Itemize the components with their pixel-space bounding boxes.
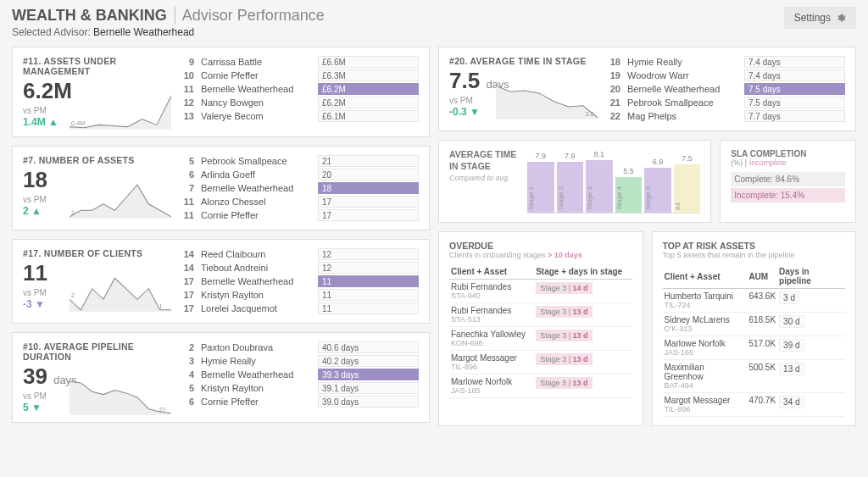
- col-stage-days: Stage + days in stage: [534, 264, 632, 280]
- selected-advisor: Selected Advisor: Bernelle Weatherhead: [12, 26, 325, 38]
- rank-row[interactable]: 6Cornie Pfeffer39.0 days: [179, 396, 419, 408]
- table-row[interactable]: Maximilian GreenhowBAT-494500.5K13 d: [663, 360, 846, 393]
- stage-bar[interactable]: 5.5Stage 4: [615, 167, 643, 213]
- rank-row[interactable]: 21Pebrook Smallpeace7.5 days: [605, 97, 845, 108]
- stage-chart-title: AVERAGE TIME IN STAGE: [449, 149, 519, 172]
- rank-row[interactable]: 12Nancy Bowgen£6.2M: [179, 97, 419, 108]
- svg-text:3.6M: 3.6M: [159, 94, 171, 96]
- svg-text:0.4M: 0.4M: [71, 119, 85, 127]
- stage-bar[interactable]: 6.9Stage 5: [644, 158, 671, 213]
- sla-card: SLA COMPLETION (%) | Incomplete Complete…: [720, 140, 856, 223]
- rank-row[interactable]: 14Reed Claibourn12: [179, 248, 419, 260]
- page-title: WEALTH & BANKING Advisor Performance: [12, 7, 325, 25]
- svg-text:27: 27: [159, 406, 165, 413]
- svg-text:3.0: 3.0: [585, 110, 593, 118]
- table-row[interactable]: Marlowe NorfolkJAS-165Stage 5 | 13 d: [449, 374, 632, 398]
- stage-badge: Stage 3 | 13 d: [536, 353, 592, 365]
- rank-row[interactable]: 11Cornie Pfeffer17: [179, 209, 419, 221]
- rank-row[interactable]: 10Cornie Pfeffer£6.3M: [179, 69, 419, 81]
- rank-row[interactable]: 3Hymie Really40.2 days: [179, 355, 419, 367]
- kpi-clients: #17. NUMBER OF CLIENTS11vs PM-3 ▼2114Ree…: [12, 239, 430, 324]
- at-risk-card: TOP AT RISK ASSETS Top 5 assets that rem…: [652, 231, 857, 426]
- table-row[interactable]: Margot MessagerTIL-896470.7K34 d: [663, 393, 846, 417]
- svg-text:2: 2: [71, 209, 75, 217]
- rank-row[interactable]: 14Tiebout Andreini12: [179, 262, 419, 274]
- table-row[interactable]: Rubi FernandesSTA-940Stage 3 | 14 d: [449, 280, 632, 303]
- stage-bar[interactable]: 8.1Stage 3: [586, 150, 613, 213]
- rank-list: 2Paxton Doubrava40.6 days3Hymie Really40…: [179, 341, 419, 408]
- col-days: Days in pipeline: [777, 264, 845, 289]
- rank-row[interactable]: 7Bernelle Weatherhead18: [179, 182, 419, 194]
- stage-badge: Stage 3 | 13 d: [536, 306, 592, 318]
- col-client-asset: Client + Asset: [663, 264, 748, 289]
- rank-row[interactable]: 4Bernelle Weatherhead39.3 days: [179, 369, 419, 380]
- gear-icon: [836, 13, 846, 23]
- svg-text:2: 2: [71, 291, 75, 299]
- rank-row[interactable]: 20Bernelle Weatherhead7.5 days: [605, 83, 845, 95]
- overdue-card: OVERDUE Clients in onboarding stages > 1…: [438, 231, 643, 426]
- rank-row[interactable]: 18Hymie Really7.4 days: [605, 56, 845, 68]
- stage-badge: Stage 3 | 14 d: [536, 282, 592, 294]
- overdue-title: OVERDUE: [449, 241, 632, 251]
- table-row[interactable]: Margot MessagerTIL-896Stage 3 | 13 d: [449, 351, 632, 374]
- kpi-label: #17. NUMBER OF CLIENTS: [23, 248, 167, 258]
- rank-row[interactable]: 17Bernelle Weatherhead11: [179, 275, 419, 287]
- overdue-subtitle: Clients in onboarding stages > 10 days: [449, 251, 632, 259]
- stage-bar[interactable]: 7.9Stage 2: [557, 152, 584, 213]
- kpi-label: #10. AVERAGE PIPELINE DURATION: [23, 341, 167, 362]
- rank-list: 18Hymie Really7.4 days19Woodrow Warr7.4 …: [605, 56, 845, 122]
- sla-incomplete: Incomplete: 15.4%: [731, 188, 845, 202]
- stage-bar[interactable]: 7.9Stage 1: [527, 152, 554, 213]
- stage-badge: Stage 5 | 13 d: [536, 377, 592, 389]
- kpi-label: #20. AVERAGE TIME IN STAGE: [449, 56, 593, 66]
- rank-row[interactable]: 13Valerye Becom£6.1M: [179, 110, 419, 122]
- table-row[interactable]: Marlowe NorfolkJAS-165517.0K39 d: [663, 336, 846, 360]
- svg-text:1: 1: [159, 302, 162, 310]
- rank-row[interactable]: 22Mag Phelps7.7 days: [605, 110, 845, 122]
- col-client-asset: Client + Asset: [449, 264, 534, 280]
- overdue-table: Client + Asset Stage + days in stage Rub…: [449, 264, 632, 398]
- rank-row[interactable]: 11Bernelle Weatherhead£6.2M: [179, 83, 419, 95]
- sla-title: SLA COMPLETION: [731, 149, 845, 158]
- rank-row[interactable]: 17Kristyn Raylton11: [179, 289, 419, 301]
- rank-row[interactable]: 6Arlinda Goeff20: [179, 169, 419, 180]
- rank-list: 5Pebrook Smallpeace216Arlinda Goeff207Be…: [179, 155, 419, 221]
- svg-text:8.9: 8.9: [498, 84, 506, 86]
- table-row[interactable]: Fanechka YallowleyKON-696Stage 3 | 13 d: [449, 327, 632, 351]
- rank-row[interactable]: 9Carrissa Battle£6.6M: [179, 56, 419, 68]
- settings-button[interactable]: Settings: [784, 7, 856, 29]
- kpi-assets: #7. NUMBER OF ASSETS18vs PM2 ▲25Pebrook …: [12, 146, 430, 230]
- page-header: WEALTH & BANKING Advisor Performance Sel…: [12, 7, 856, 38]
- table-row[interactable]: Humberto TarquiniTIL-724643.6K3 d: [663, 289, 846, 313]
- rank-row[interactable]: 5Pebrook Smallpeace21: [179, 155, 419, 167]
- kpi-pipeline: #10. AVERAGE PIPELINE DURATION39 daysvs …: [12, 332, 430, 423]
- at-risk-title: TOP AT RISK ASSETS: [663, 241, 846, 251]
- rank-list: 9Carrissa Battle£6.6M10Cornie Pfeffer£6.…: [179, 56, 419, 122]
- kpi-label: #11. ASSETS UNDER MANAGEMENT: [23, 56, 167, 76]
- col-aum: AUM: [747, 264, 777, 289]
- rank-row[interactable]: 19Woodrow Warr7.4 days: [605, 69, 845, 81]
- rank-row[interactable]: 17Lorelei Jacquemot11: [179, 302, 419, 314]
- kpi-label: #7. NUMBER OF ASSETS: [23, 155, 167, 165]
- at-risk-subtitle: Top 5 assets that remain in the pipeline: [663, 251, 846, 259]
- stage-bar[interactable]: 7.5All: [674, 154, 701, 213]
- kpi-aum: #11. ASSETS UNDER MANAGEMENT6.2Mvs PM1.4…: [12, 47, 430, 137]
- sla-legend: (%) | Incomplete: [731, 158, 845, 167]
- at-risk-table: Client + Asset AUM Days in pipeline Humb…: [663, 264, 846, 417]
- stage-chart: AVERAGE TIME IN STAGE Compared to avg. 7…: [438, 140, 711, 223]
- table-row[interactable]: Sidney McLarensO'K-313618.5K30 d: [663, 313, 846, 336]
- table-row[interactable]: Rubi FernandesSTA-513Stage 3 | 13 d: [449, 303, 632, 327]
- stage-badge: Stage 3 | 13 d: [536, 330, 592, 341]
- kpi-avg-stage: #20. AVERAGE TIME IN STAGE7.5 daysvs PM-…: [438, 47, 856, 131]
- svg-text:49: 49: [71, 380, 78, 381]
- stage-chart-subtitle: Compared to avg.: [449, 174, 519, 182]
- rank-row[interactable]: 5Kristyn Raylton39.1 days: [179, 382, 419, 394]
- sla-complete: Complete: 84.6%: [731, 172, 845, 186]
- rank-list: 14Reed Claibourn1214Tiebout Andreini1217…: [179, 248, 419, 314]
- rank-row[interactable]: 2Paxton Doubrava40.6 days: [179, 341, 419, 353]
- rank-row[interactable]: 11Alonzo Chessel17: [179, 196, 419, 208]
